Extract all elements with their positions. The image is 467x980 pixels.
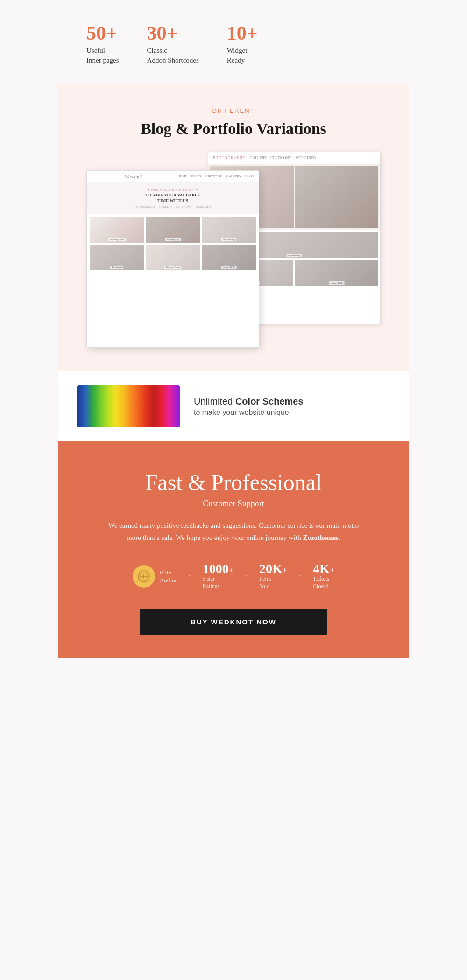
mock-hero-title: TO SAVE YOUR VALUABLETIME WITH US: [91, 193, 255, 203]
mock-grid: Wedding Venue Wedding Day Pre-Wedding Te…: [87, 214, 259, 273]
support-section: Fast & Professional Customer Support We …: [58, 441, 409, 658]
back-caption-3: Luxury Bride: [329, 281, 344, 285]
grid-label-4: Tenderness: [110, 266, 123, 269]
stat-addon-shortcodes: 30+ ClassicAddon Shortcodes: [147, 23, 199, 65]
grid-item-6: Luxury Bride: [202, 245, 256, 270]
support-description: We earned many positive feedbacks and su…: [103, 520, 364, 544]
badge-elite-text: EliteAuthor: [160, 568, 177, 585]
color-text-sub: to make your website unique: [194, 408, 304, 417]
color-text-main: Unlimited Color Schemes: [194, 396, 304, 407]
section-tag: DIFFERENT: [77, 107, 390, 114]
mock-hero: ✦ WEDDING PHOTOGRAPHY ✦ TO SAVE YOUR VAL…: [87, 182, 259, 214]
grid-label-1: Wedding Venue: [108, 238, 126, 241]
back-caption-pre-wedding: Pre-Wedding: [287, 254, 302, 257]
badge-tickets-number: 4K+: [313, 562, 334, 575]
badges-row: EliteAuthor · 1000+ 5 starRatings · 20K+…: [82, 562, 385, 590]
separator-3: ·: [297, 571, 304, 581]
grid-label-5: Tom and Anna: [164, 266, 181, 269]
stat-label-1: UsefulInner pages: [86, 46, 119, 65]
elite-author-icon: [133, 565, 155, 588]
grid-item-1: Wedding Venue: [90, 217, 144, 243]
website-preview-front: Wedknet HOME PAGES PORTFOLIO GALLERY BLO…: [86, 170, 259, 348]
badge-tickets-closed: 4K+ TicketsClosed: [304, 562, 344, 590]
grid-item-2: Wedding Day: [146, 217, 200, 243]
badge-items-sold: 20K+ ItemsSold: [250, 562, 297, 590]
stat-number-3: 10+: [227, 23, 258, 43]
badge-sold-label: ItemsSold: [259, 575, 287, 590]
stat-widget-ready: 10+ WidgetReady: [227, 23, 258, 65]
cta-buy-button[interactable]: BUY WEDKNOT NOW: [140, 609, 327, 635]
badge-tickets-label: TicketsClosed: [313, 575, 334, 590]
color-text: Unlimited Color Schemes to make your web…: [194, 396, 304, 417]
mock-nav-links: HOME PAGES PORTFOLIO GALLERY BLOG: [177, 175, 254, 178]
badge-ratings-number: 1000+: [203, 562, 234, 575]
blog-portfolio-section: DIFFERENT Blog & Portfolio Variations PH…: [58, 84, 409, 371]
grid-item-3: Pre-Wedding: [202, 217, 256, 243]
badge-elite-author: EliteAuthor: [123, 565, 186, 588]
mock-logo: Wedknet: [92, 174, 175, 179]
grid-label-2: Wedding Day: [165, 238, 181, 241]
badge-ratings-text: 1000+ 5 starRatings: [203, 562, 234, 590]
separator-2: ·: [243, 571, 250, 581]
mock-hero-small: ✦ WEDDING PHOTOGRAPHY ✦: [91, 188, 255, 191]
badge-sold-number: 20K+: [259, 562, 287, 575]
rainbow-stripes: [77, 385, 180, 427]
stat-number-1: 50+: [86, 23, 119, 43]
stat-label-2: ClassicAddon Shortcodes: [147, 46, 199, 65]
separator-1: ·: [186, 571, 193, 581]
badge-tickets-text: 4K+ TicketsClosed: [313, 562, 334, 590]
badge-ratings: 1000+ 5 starRatings: [193, 562, 243, 590]
stats-section: 50+ UsefulInner pages 30+ ClassicAddon S…: [58, 0, 409, 84]
support-subtitle: Customer Support: [82, 499, 385, 509]
badge-ratings-label: 5 starRatings: [203, 575, 234, 590]
grid-label-6: Luxury Bride: [221, 266, 236, 269]
badge-sold-text: 20K+ ItemsSold: [259, 562, 287, 590]
stat-inner-pages: 50+ UsefulInner pages: [86, 23, 119, 65]
mock-nav-back: PHOTOGRAPHY GALLERY CEREMONY MORE INFO: [208, 152, 380, 164]
badge-elite-label: EliteAuthor: [160, 569, 177, 585]
stat-label-3: WidgetReady: [227, 46, 258, 65]
color-rainbow-image: [77, 385, 180, 427]
grid-item-5: Tom and Anna: [146, 245, 200, 270]
stat-number-2: 30+: [147, 23, 199, 43]
support-title: Fast & Professional: [82, 469, 385, 495]
mock-nav-front: Wedknet HOME PAGES PORTFOLIO GALLERY BLO…: [87, 171, 259, 182]
section-title: Blog & Portfolio Variations: [77, 120, 390, 138]
grid-item-4: Tenderness: [90, 245, 144, 270]
grid-label-3: Pre-Wedding: [221, 238, 236, 241]
color-schemes-section: Unlimited Color Schemes to make your web…: [58, 371, 409, 441]
website-preview-container: PHOTOGRAPHY GALLERY CEREMONY MORE INFO P…: [77, 152, 390, 352]
